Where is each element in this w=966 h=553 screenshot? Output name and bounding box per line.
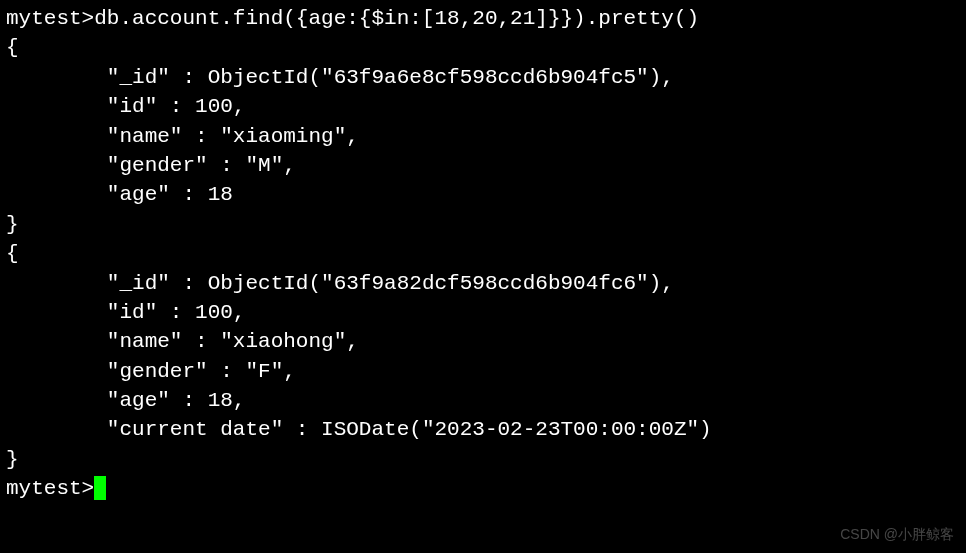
result-field: "_id" : ObjectId("63f9a6e8cf598ccd6b904f… (107, 66, 674, 89)
result-field: "_id" : ObjectId("63f9a82dcf598ccd6b904f… (107, 272, 674, 295)
result-field: "age" : 18, (107, 389, 246, 412)
result-field: "gender" : "M", (107, 154, 296, 177)
brace-close: } (6, 448, 19, 471)
result-field: "name" : "xiaoming", (107, 125, 359, 148)
result-field: "name" : "xiaohong", (107, 330, 359, 353)
result-field: "current date" : ISODate("2023-02-23T00:… (107, 418, 712, 441)
result-field: "id" : 100, (107, 95, 246, 118)
command-text: db.account.find({age:{$in:[18,20,21]}}).… (94, 7, 699, 30)
brace-open: { (6, 242, 19, 265)
brace-open: { (6, 36, 19, 59)
result-field: "gender" : "F", (107, 360, 296, 383)
prompt: mytest> (6, 477, 94, 500)
brace-close: } (6, 213, 19, 236)
terminal-output[interactable]: mytest>db.account.find({age:{$in:[18,20,… (6, 4, 960, 504)
cursor-icon (94, 476, 106, 500)
result-field: "id" : 100, (107, 301, 246, 324)
prompt: mytest> (6, 7, 94, 30)
watermark-text: CSDN @小胖鲸客 (840, 525, 954, 545)
result-field: "age" : 18 (107, 183, 233, 206)
